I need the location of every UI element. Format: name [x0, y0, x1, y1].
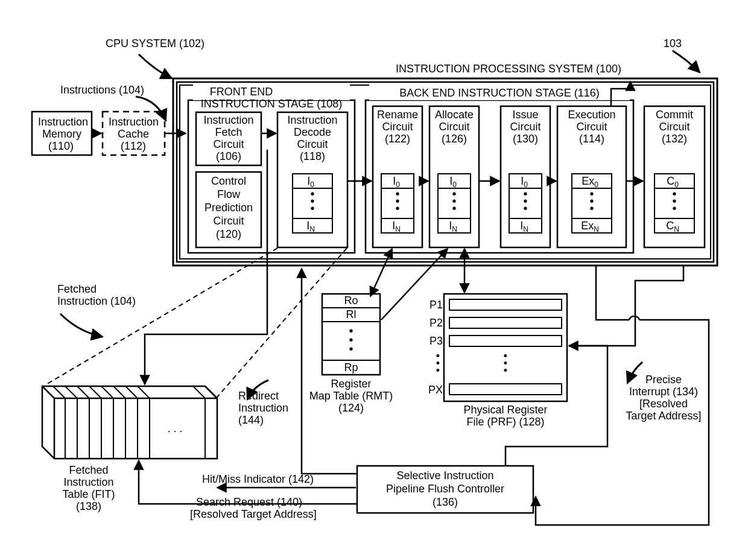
svg-text:Control: Control — [211, 175, 246, 187]
svg-text:(118): (118) — [300, 150, 325, 162]
svg-text:IN: IN — [306, 220, 315, 234]
svg-text:•: • — [523, 202, 527, 215]
svg-text:•: • — [452, 202, 456, 215]
svg-text:IN: IN — [449, 220, 457, 234]
svg-text:(144): (144) — [238, 414, 264, 426]
svg-text:Circuit: Circuit — [510, 121, 540, 133]
svg-text:(114): (114) — [579, 133, 604, 145]
svg-text:Decode: Decode — [294, 126, 331, 138]
svg-text:Cache: Cache — [118, 128, 149, 140]
svg-text:Rename: Rename — [377, 109, 418, 121]
svg-text:Fetch: Fetch — [215, 126, 242, 138]
svg-text:Redirect: Redirect — [238, 390, 279, 402]
svg-text:Instruction: Instruction — [203, 114, 253, 126]
svg-text:Map Table (RMT): Map Table (RMT) — [309, 390, 393, 402]
svg-text:Circuit: Circuit — [213, 215, 244, 227]
svg-text:Pipeline Flush Controller: Pipeline Flush Controller — [386, 483, 504, 495]
svg-text:Circuit: Circuit — [297, 138, 328, 150]
svg-text:File (PRF) (128): File (PRF) (128) — [466, 416, 544, 428]
svg-text:•: • — [310, 202, 314, 215]
svg-text:Circuit: Circuit — [382, 121, 413, 133]
svg-line-111 — [370, 249, 392, 296]
svg-text:Interrupt (134): Interrupt (134) — [629, 386, 698, 398]
ref-103: 103 — [664, 37, 682, 49]
svg-text:Hit/Miss Indicator (142): Hit/Miss Indicator (142) — [202, 473, 314, 485]
svg-text:(110): (110) — [48, 140, 74, 152]
svg-text:CN: CN — [666, 220, 679, 234]
svg-text:(124): (124) — [338, 402, 364, 414]
svg-text:Flow: Flow — [217, 188, 241, 200]
svg-text:Prediction: Prediction — [204, 202, 253, 214]
svg-text:P3: P3 — [429, 335, 443, 347]
svg-rect-114 — [449, 299, 562, 310]
svg-text:Allocate: Allocate — [435, 109, 474, 121]
svg-text:•: • — [672, 202, 676, 215]
svg-text:Execution: Execution — [568, 109, 615, 121]
svg-text:Ro: Ro — [344, 294, 358, 307]
svg-text:Table (FIT): Table (FIT) — [62, 488, 115, 500]
svg-rect-118 — [449, 336, 562, 346]
svg-text:Circuit: Circuit — [659, 121, 689, 133]
svg-text:Target Address]: Target Address] — [626, 410, 701, 422]
svg-text:(130): (130) — [513, 133, 538, 145]
svg-text:(126): (126) — [442, 133, 467, 145]
svg-text:•: • — [349, 342, 353, 355]
fetched-instruction-table: . . . — [42, 386, 217, 459]
svg-text:Instruction: Instruction — [38, 116, 88, 128]
svg-text:Fetched: Fetched — [69, 464, 108, 476]
svg-text:Instruction: Instruction — [238, 402, 288, 414]
svg-line-157 — [45, 248, 277, 385]
svg-text:Instruction (104): Instruction (104) — [57, 295, 136, 307]
svg-text:Memory: Memory — [42, 128, 81, 140]
svg-text:(132): (132) — [662, 133, 687, 145]
svg-text:. . .: . . . — [167, 422, 182, 434]
svg-text:Rl: Rl — [346, 308, 357, 320]
svg-text:IN: IN — [520, 220, 528, 234]
svg-text:P2: P2 — [429, 317, 443, 329]
svg-text:•: • — [504, 364, 507, 377]
svg-text:[Resolved Target Address]: [Resolved Target Address] — [190, 508, 317, 520]
svg-text:Instruction: Instruction — [287, 114, 337, 126]
svg-text:Rp: Rp — [344, 361, 358, 374]
svg-text:INSTRUCTION STAGE (108): INSTRUCTION STAGE (108) — [201, 98, 343, 110]
svg-text:Physical Register: Physical Register — [463, 404, 547, 416]
svg-text:Search Request (140): Search Request (140) — [196, 496, 302, 508]
svg-text:Circuit: Circuit — [213, 138, 244, 150]
svg-text:•: • — [436, 364, 440, 377]
svg-text:Precise: Precise — [645, 374, 682, 386]
svg-text:IN: IN — [392, 220, 401, 234]
svg-text:Instruction: Instruction — [63, 476, 113, 488]
svg-text:Circuit: Circuit — [439, 121, 469, 133]
svg-text:(106): (106) — [216, 150, 241, 162]
svg-text:(138): (138) — [76, 500, 101, 512]
cpu-system-label: CPU SYSTEM (102) — [106, 37, 204, 49]
svg-rect-116 — [449, 317, 562, 328]
svg-text:(136): (136) — [433, 496, 458, 508]
svg-text:Issue: Issue — [512, 109, 538, 121]
svg-text:Fetched: Fetched — [57, 283, 97, 295]
svg-text:FRONT END: FRONT END — [210, 86, 273, 98]
svg-text:(120): (120) — [216, 228, 241, 240]
svg-text:[Resolved: [Resolved — [639, 398, 688, 410]
svg-text:Register: Register — [331, 378, 371, 390]
svg-text:Selective Instruction: Selective Instruction — [396, 469, 493, 482]
svg-text:•: • — [395, 202, 399, 215]
svg-text:(112): (112) — [121, 140, 146, 152]
svg-text:Circuit: Circuit — [576, 121, 607, 133]
ips-title: INSTRUCTION PROCESSING SYSTEM (100) — [396, 63, 621, 75]
svg-text:•: • — [589, 202, 594, 215]
svg-text:Commit: Commit — [656, 109, 693, 121]
instructions-label: Instructions (104) — [60, 84, 144, 96]
svg-text:P1: P1 — [429, 299, 443, 311]
diagram: CPU SYSTEM (102) 103 Instructions (104) … — [0, 0, 748, 560]
svg-text:Instruction: Instruction — [109, 116, 159, 128]
svg-text:BACK END INSTRUCTION STAGE (11: BACK END INSTRUCTION STAGE (116) — [399, 87, 600, 99]
svg-text:ExN: ExN — [581, 220, 599, 234]
svg-text:(122): (122) — [385, 133, 410, 145]
svg-text:PX: PX — [428, 384, 443, 396]
svg-rect-126 — [449, 384, 562, 395]
